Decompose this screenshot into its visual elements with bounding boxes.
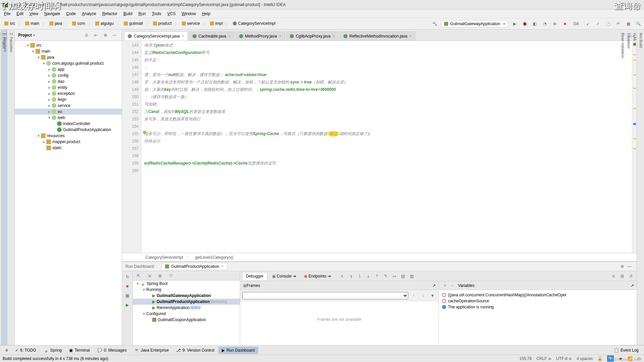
breadcrumb-impl[interactable]: impl	[208, 20, 225, 27]
bottom-tab[interactable]: ✓ 6: TODO	[12, 347, 40, 354]
step-over-icon[interactable]: ≡	[338, 273, 346, 280]
force-step-icon[interactable]: ⇣	[365, 273, 372, 280]
rd-node[interactable]: ▶RenrenApplication :8080/	[133, 305, 240, 311]
tree-node-IndexController[interactable]: IndexController	[15, 121, 122, 127]
breadcrumb-src[interactable]: src	[2, 20, 17, 27]
menu-code[interactable]: Code	[63, 10, 78, 17]
vcs-history-icon[interactable]: 🕑	[604, 20, 612, 27]
tree-node-vo[interactable]: ▸vo	[15, 109, 122, 115]
line-separator[interactable]: CRLF ≑	[536, 356, 551, 361]
bc-method[interactable]: getLevel1Categorys()	[195, 255, 233, 260]
menu-help[interactable]: Help	[199, 10, 213, 17]
encoding[interactable]: UTF-8 ≑	[556, 356, 572, 361]
bottom-tab[interactable]: 💬 0: Messages	[94, 347, 130, 354]
breadcrumb-com[interactable]: com	[70, 20, 88, 27]
run-cursor-icon[interactable]: ↦	[391, 273, 398, 280]
variable-row[interactable]: cacheOperationSource	[441, 298, 635, 304]
debugger-tab[interactable]: Debugger	[242, 272, 267, 280]
resume-icon[interactable]: ▶	[124, 301, 131, 309]
close-icon[interactable]: ×	[182, 34, 184, 39]
step-out-icon[interactable]: ⇡	[373, 273, 381, 280]
tree-node-config[interactable]: ▸config	[15, 72, 122, 78]
filter-icon[interactable]: ▽	[167, 272, 174, 280]
menu-refactor[interactable]: Refactor	[100, 10, 120, 17]
locate-icon[interactable]: ⊙	[83, 32, 90, 39]
editor-tab[interactable]: CglibAopProxy.java×	[286, 32, 339, 41]
rerun-icon[interactable]: ↻	[124, 273, 131, 281]
run-dash-tree[interactable]: ⇱ ⇲ ⊞ ▽ ▾🍃Spring Boot▾Running▶GulimallGa…	[133, 271, 240, 345]
tree-node-GulimallProductApplication[interactable]: GulimallProductApplication	[15, 127, 122, 133]
tree-node-dao[interactable]: ▸dao	[15, 78, 122, 84]
breadcrumb-CategoryServiceImpl[interactable]: CategoryServiceImpl	[230, 20, 278, 27]
breadcrumb-atguigu[interactable]: atguigu	[93, 20, 116, 27]
filter-frames-icon[interactable]: ▼	[429, 292, 436, 299]
rd-node[interactable]: ▶GulimallGatewayApplication	[133, 293, 240, 299]
ide-settings-icon[interactable]: ▦	[625, 20, 632, 27]
restore-icon[interactable]: ↗	[432, 283, 436, 288]
tree-node-resources[interactable]: ▾resources	[15, 133, 122, 139]
editor-tab[interactable]: MethodProxy.java×	[235, 32, 285, 41]
vcs-update-icon[interactable]: ↙	[584, 20, 592, 27]
breadcrumb-service[interactable]: service	[179, 20, 202, 27]
event-log-button[interactable]: 📋 Event Log	[610, 347, 642, 354]
tool-menu-icon[interactable]: ≡	[2, 347, 11, 354]
bottom-tab[interactable]: ☕ Java Enterprise	[131, 347, 172, 354]
breadcrumb-product[interactable]: product	[151, 20, 174, 27]
collapse-icon[interactable]: ⇲	[146, 272, 153, 280]
rd-node[interactable]: ▾Running	[133, 287, 240, 293]
tree-node-exception[interactable]: ▸exception	[15, 90, 122, 97]
variable-row[interactable]: ((java.util.concurrent.ConcurrentHashMap…	[441, 292, 635, 298]
tree-node-static[interactable]: static	[15, 145, 122, 151]
tree-node-feign[interactable]: ▸feign	[15, 97, 122, 103]
rd-node[interactable]: ▾🍃Spring Boot	[133, 281, 240, 287]
project-tree[interactable]: ▾src▾main▾java▾com.atguigu.gulimall.prod…	[15, 41, 122, 345]
code-content[interactable]: 保存为json格式：定义RedisCacheConfiguration即可的不足…	[142, 41, 632, 253]
debug-button[interactable]: 🐞	[521, 20, 528, 27]
variable-row[interactable]: iThe application is running	[441, 304, 635, 310]
tree-node-com.atguigu.gulimall.product[interactable]: ▾com.atguigu.gulimall.product	[15, 60, 122, 66]
breadcrumb-java[interactable]: java	[47, 20, 64, 27]
breadcrumb-gulimall[interactable]: gulimall	[121, 20, 145, 27]
tree-node-web[interactable]: ▾web	[15, 115, 122, 121]
gutter-mark-icon[interactable]	[143, 131, 146, 134]
stop-icon[interactable]: ■	[124, 283, 131, 290]
menu-vcs[interactable]: VCS	[165, 10, 178, 17]
close-icon[interactable]: ×	[333, 34, 335, 39]
rd-node[interactable]: GulimallCouponApplication	[133, 317, 240, 323]
close-icon[interactable]: ×	[221, 264, 224, 269]
tool-tab[interactable]: 7: Structure	[2, 29, 8, 345]
chevron-down-icon[interactable]: ▾	[33, 33, 35, 38]
tree-node-entity[interactable]: ▸entity	[15, 84, 122, 90]
coverage-button[interactable]: ◧	[531, 20, 538, 27]
close-icon[interactable]: ×	[409, 34, 412, 39]
tree-node-src[interactable]: ▾src	[15, 42, 122, 48]
prev-frame-icon[interactable]: ↑	[410, 292, 418, 299]
tool-tab[interactable]: Web	[0, 29, 2, 345]
bottom-tab[interactable]: ▣ Terminal	[66, 347, 93, 354]
bc-class[interactable]: CategoryServiceImpl	[146, 255, 183, 260]
console-tab[interactable]: ▣ Console ⇥	[269, 273, 300, 280]
vcs-commit-icon[interactable]: ✓	[594, 20, 602, 27]
vcs-revert-icon[interactable]: ↶	[614, 20, 622, 27]
layout1-icon[interactable]: ▥	[408, 273, 416, 280]
layout-icon[interactable]: ▦	[124, 292, 131, 299]
tree-node-java[interactable]: ▾java	[15, 54, 122, 60]
profile-button[interactable]: ◔	[541, 20, 548, 27]
expand-icon[interactable]: ⇱	[135, 272, 142, 280]
bottom-tab[interactable]: 🍃 Spring	[40, 347, 65, 354]
close-icon[interactable]: ×	[228, 34, 230, 39]
menu-run[interactable]: Run	[136, 10, 149, 17]
next-frame-icon[interactable]: ↓	[420, 292, 427, 299]
readonly-icon[interactable]: 🔓	[597, 356, 602, 361]
search-everywhere-icon[interactable]: 🔍	[635, 20, 642, 27]
close-icon[interactable]: ×	[279, 34, 281, 39]
thread-select[interactable]	[242, 292, 408, 299]
tree-node-app[interactable]: ▸app	[15, 66, 122, 72]
eval-icon[interactable]: ▤	[399, 273, 407, 280]
editor-tab[interactable]: ReflectiveMethodInvocation.java×	[340, 32, 416, 41]
indent[interactable]: 4 spaces	[577, 356, 593, 361]
add-watch-icon[interactable]: +	[441, 282, 449, 289]
tool-tab[interactable]: 2: Favorites	[8, 29, 14, 345]
step-into-icon[interactable]: ↴	[347, 273, 355, 280]
hide-icon[interactable]: —	[111, 32, 118, 39]
